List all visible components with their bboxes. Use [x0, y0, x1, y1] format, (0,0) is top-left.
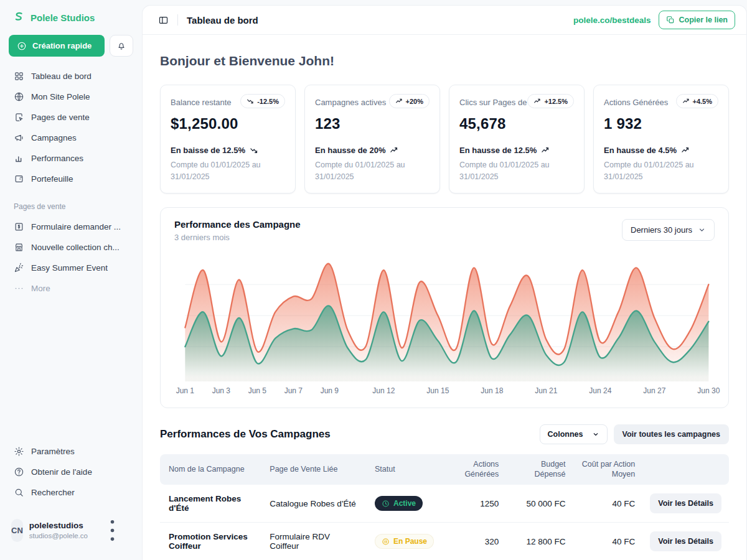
- columns-select[interactable]: Colonnes: [540, 424, 608, 444]
- status-cell: Active: [367, 485, 455, 523]
- sidebar-item-formulaire-demander[interactable]: Formulaire demander ...: [9, 217, 133, 236]
- stat-trend-text: En hausse de 20%: [315, 146, 430, 155]
- x-tick-label: Jun 1: [176, 386, 194, 395]
- sales-page-icon: [14, 112, 24, 123]
- sidebar-item-rechercher[interactable]: Rechercher: [9, 483, 133, 502]
- share-link[interactable]: polele.co/bestdeals: [573, 16, 651, 25]
- content: Bonjour et Bienvenue John! Balance resta…: [143, 35, 746, 560]
- megaphone-icon: [14, 133, 24, 143]
- trend-up-icon: [390, 146, 399, 155]
- sidebar-item-obtenir-de-l-aide[interactable]: Obtenir de l'aide: [9, 462, 133, 482]
- x-tick-label: Jun 7: [284, 386, 303, 395]
- stat-label: Campagnes actives: [315, 98, 386, 107]
- sidebar-item-label: Nouvelle collection ch...: [31, 243, 120, 252]
- wallet-icon: [14, 174, 24, 184]
- date-range-select[interactable]: Derniers 30 jours: [622, 219, 715, 241]
- linked-page-cell: Catalogue Robes d'Été: [262, 485, 367, 523]
- sidebar-item-nouvelle-collection-ch[interactable]: Nouvelle collection ch...: [9, 238, 133, 257]
- stat-trend-badge: -12.5%: [240, 94, 285, 108]
- main-nav: Tableau de bord Mon Site Polele Pages de…: [9, 67, 133, 190]
- view-details-button[interactable]: Voir les Détails: [650, 493, 721, 513]
- view-all-campaigns-button[interactable]: Voir toutes les campagnes: [614, 424, 729, 444]
- x-tick-label: Jun 27: [643, 386, 665, 395]
- stat-trend-badge: +20%: [389, 94, 430, 108]
- user-name: polelestudios: [29, 521, 88, 531]
- sidebar-item-easy-summer-event[interactable]: Easy Summer Event: [9, 258, 133, 278]
- status-badge: En Pause: [375, 534, 434, 549]
- x-axis-labels: Jun 1Jun 3Jun 5Jun 7Jun 9Jun 12Jun 15Jun…: [174, 386, 715, 400]
- stat-card: Actions Générées +4.5% 1 932 En hausse d…: [593, 85, 729, 194]
- store-icon: [14, 242, 24, 253]
- x-tick-label: Jun 21: [535, 386, 557, 395]
- pages-section-label: Pages de vente: [9, 190, 133, 217]
- campaigns-table-section: Performances de Vos Campagnes Colonnes V…: [160, 424, 729, 560]
- campaign-name-cell: Promotion Services Coiffeur: [160, 523, 262, 560]
- table-row: Promotion Services Coiffeur Formulaire R…: [160, 523, 729, 560]
- banknote-icon: [14, 222, 24, 232]
- globe-icon: [14, 91, 24, 102]
- sidebar-item-label: Performances: [31, 154, 83, 163]
- col-header-status: Statut: [367, 454, 455, 485]
- sidebar-item-label: Pages de vente: [31, 113, 90, 122]
- cpa-cell: 40 FC: [573, 485, 643, 523]
- sidebar-item-performances[interactable]: Performances: [9, 149, 133, 168]
- user-row[interactable]: CN polelestudios studios@polele.co: [9, 503, 133, 549]
- quick-create-label: Création rapide: [32, 41, 92, 50]
- sidebar-item-label: Obtenir de l'aide: [31, 467, 92, 477]
- chevron-down-icon: [698, 226, 706, 234]
- linked-page-cell: Formulaire RDV Coiffeur: [262, 523, 367, 560]
- sidebar-item-label: Easy Summer Event: [31, 263, 108, 273]
- dashboard-icon: [14, 71, 24, 82]
- stat-trend-text: En hausse de 4.5%: [604, 146, 718, 155]
- ellipsis-icon: [14, 283, 24, 294]
- sidebar-item-pages-de-vente[interactable]: Pages de vente: [9, 108, 133, 127]
- sidebar-item-mon-site-polele[interactable]: Mon Site Polele: [9, 87, 133, 106]
- panel-toggle-icon: [158, 15, 169, 26]
- sidebar-item-label: Tableau de bord: [31, 72, 92, 81]
- sidebar-item-portefeuille[interactable]: Portefeuille: [9, 169, 133, 189]
- stat-value: 45,678: [459, 115, 574, 133]
- notifications-button[interactable]: [110, 35, 133, 57]
- user-email: studios@polele.co: [29, 531, 88, 540]
- sidebar: Polele Studios Création rapide Tableau d…: [0, 0, 142, 560]
- quick-create-button[interactable]: Création rapide: [9, 35, 105, 57]
- party-icon: [14, 263, 24, 273]
- search-icon: [14, 487, 24, 498]
- stat-value: 123: [315, 115, 430, 133]
- stats-row: Balance restante -12.5% $1,250.00 En bai…: [160, 85, 729, 194]
- kebab-icon[interactable]: [94, 512, 131, 549]
- x-tick-label: Jun 30: [697, 386, 720, 395]
- help-icon: [14, 467, 24, 477]
- stat-trend-text: En hausse de 12.5%: [459, 146, 574, 155]
- stat-period: Compte du 01/01/2025 au 31/01/2025: [459, 159, 574, 183]
- chart-subtitle: 3 derniers mois: [174, 233, 301, 242]
- campaigns-table: Nom de la Campagne Page de Vente Liée St…: [160, 454, 729, 560]
- sidebar-item-tableau-de-bord[interactable]: Tableau de bord: [9, 67, 133, 86]
- chevron-down-icon: [592, 431, 599, 438]
- trend-down-icon: [250, 146, 259, 155]
- sidebar-item-more[interactable]: More: [9, 279, 133, 298]
- col-header-actions: Actions Générées: [455, 454, 507, 485]
- main-panel: Tableau de bord polele.co/bestdeals Copi…: [142, 5, 747, 560]
- actions-generated-cell: 320: [455, 523, 507, 560]
- trend-up-icon: [533, 97, 542, 105]
- view-details-button[interactable]: Voir les Détails: [650, 531, 721, 551]
- avatar: CN: [11, 519, 23, 542]
- gear-icon: [14, 446, 24, 457]
- status-badge: Active: [375, 496, 423, 511]
- stat-value: $1,250.00: [171, 115, 285, 133]
- trend-down-icon: [247, 97, 255, 105]
- clock-circle-icon: [382, 500, 390, 508]
- sidebar-toggle-button[interactable]: [154, 11, 172, 29]
- sidebar-item-label: Campagnes: [31, 133, 77, 142]
- budget-spent-cell: 50 000 FC: [506, 485, 573, 523]
- sidebar-item-label: Formulaire demander ...: [31, 222, 121, 231]
- campaign-name-cell: Lancement Robes d'Été: [160, 485, 262, 523]
- trend-up-icon: [395, 97, 403, 105]
- col-header-name: Nom de la Campagne: [160, 454, 262, 485]
- sidebar-item-param-tres[interactable]: Paramètres: [9, 442, 133, 461]
- chart-card: Performance des Campagne 3 derniers mois…: [160, 207, 729, 408]
- stat-card: Clics sur Pages de Vente +12.5% 45,678 E…: [449, 85, 585, 194]
- copy-link-button[interactable]: Copier le lien: [659, 11, 736, 29]
- sidebar-item-campagnes[interactable]: Campagnes: [9, 128, 133, 147]
